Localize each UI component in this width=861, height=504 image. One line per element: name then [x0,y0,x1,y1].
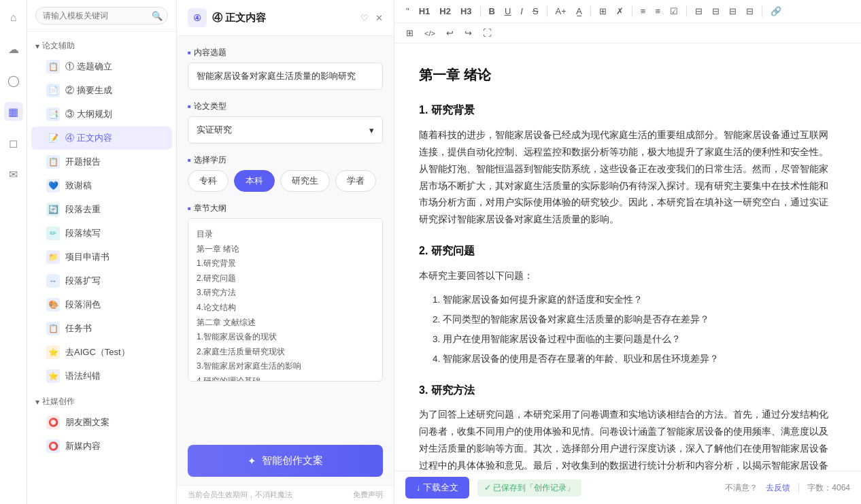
edu-buttons: 专科 本科 研究生 学者 [188,170,383,192]
h2-btn[interactable]: H2 [436,4,454,18]
fullscreen-btn[interactable]: ⛶ [479,26,495,40]
edu-btn-master[interactable]: 研究生 [280,170,330,192]
checkbox-btn[interactable]: ☑ [666,4,681,18]
cloud-icon[interactable]: ☁ [4,39,23,58]
question-4: 4. 智能家居设备的使用是否存在显著的年龄、职业和居住环境差异？ [433,351,837,368]
sidebar-item-outline[interactable]: 📑 ③ 大纲规划 [31,103,172,126]
footer-right: 不满意？ 去反馈 字数：4064 [725,482,850,494]
content-topic-label: 内容选题 [188,47,383,58]
sidebar-item-moments[interactable]: ⭕ 朋友圈文案 [31,411,172,434]
outline-label: 章节大纲 [188,203,383,214]
edu-level-label: 选择学历 [188,154,383,166]
panel-title: ④ ④ 正文内容 [188,8,266,27]
chapter-title: 第一章 绪论 [419,63,837,88]
content-icon: 📝 [46,131,60,145]
editor-body[interactable]: 第一章 绪论 1. 研究背景 随着科技的进步，智能家居设备已经成为现代家庭生活的… [394,44,861,471]
sidebar-item-expand[interactable]: ↔ 段落扩写 [31,269,172,292]
section-header-social[interactable]: ▾ 社媒创作 [27,393,176,410]
sidebar-item-dedup[interactable]: 🔄 段落去重 [31,198,172,221]
content-topic-section: 内容选题 智能家居设备对家庭生活质量的影响研究 [188,47,383,90]
book-icon[interactable]: ▦ [4,102,23,121]
edu-btn-associate[interactable]: 专科 [188,170,229,192]
sidebar-item-thanks[interactable]: 💙 致谢稿 [31,174,172,197]
grammar-icon: ⭐ [46,369,60,383]
question-2: 2. 不同类型的智能家居设备对家庭生活质量的影响是否存在差异？ [433,312,837,329]
middle-header: ④ ④ 正文内容 ♡ ✕ [177,0,394,36]
image-btn[interactable]: ⊞ [596,4,610,18]
aigc-icon: ⭐ [46,346,60,359]
dedup-icon: 🔄 [46,203,60,216]
sidebar-item-content[interactable]: 📝 ④ 正文内容 [31,127,172,150]
section-title-3: 3. 研究方法 [419,380,837,401]
heart-icon[interactable]: ♡ [360,13,369,23]
strikethrough-btn[interactable]: S [529,4,542,18]
align-justify-btn[interactable]: ⊟ [743,4,757,18]
chevron-down-icon-2: ▾ [35,397,39,407]
sidebar-search-area: 🔍 [27,0,176,32]
middle-panel: ④ ④ 正文内容 ♡ ✕ 内容选题 智能家居设备对家庭生活质量的影响研究 论文类… [177,0,394,504]
highlight-btn[interactable]: A̲ [573,4,586,18]
bold-btn[interactable]: B [486,4,499,18]
quote-btn[interactable]: " [403,4,413,18]
chat-icon[interactable]: ◻ [4,133,23,152]
edu-btn-bachelor[interactable]: 本科 [234,170,275,192]
clear-format-btn[interactable]: ✗ [613,4,627,18]
sidebar-content: ▾ 论文辅助 📋 ① 选题确立 📄 ② 摘要生成 📑 ③ 大纲规划 📝 ④ 正文… [27,32,176,504]
sidebar-item-aigc[interactable]: ⭐ 去AIGC（Test） [31,341,172,364]
header-actions: ♡ ✕ [360,13,383,23]
footer-left-text: 当前会员生效期间，不消耗魔法 [188,490,292,500]
person-icon[interactable]: ◯ [4,71,23,90]
create-btn[interactable]: ✦ 智能创作文案 [188,445,383,477]
redo-btn[interactable]: ↪ [461,26,475,40]
outline-section: 章节大纲 目录 第一章 绪论 1.研究背景 2.研究问题 3.研究方法 4.论文… [188,203,383,382]
chevron-down-icon: ▾ [35,41,39,51]
sidebar-item-continue[interactable]: ✏ 段落续写 [31,222,172,245]
align-right-btn[interactable]: ⊟ [726,4,740,18]
sidebar-item-media2[interactable]: ⭕ 新媒内容 [31,435,172,458]
footer-right-text[interactable]: 免费声明 [353,490,383,500]
outline-icon: 📑 [46,107,60,121]
underline-btn[interactable]: U [501,4,514,18]
mail-icon[interactable]: ✉ [4,165,23,184]
close-icon[interactable]: ✕ [375,13,383,23]
color-icon: 🎨 [46,298,60,312]
search-input[interactable] [35,7,168,24]
report-icon: 📋 [46,155,60,169]
outline-content[interactable]: 目录 第一章 绪论 1.研究背景 2.研究问题 3.研究方法 4.论文结构 第二… [188,218,383,382]
feedback-link[interactable]: 去反馈 [766,482,790,494]
sidebar-item-task[interactable]: 📋 任务书 [31,317,172,340]
sidebar-item-grammar[interactable]: ⭐ 语法纠错 [31,365,172,388]
download-btn[interactable]: ↓ 下载全文 [405,477,469,499]
sidebar-item-color[interactable]: 🎨 段落润色 [31,293,172,316]
align-center-btn[interactable]: ⊟ [709,4,723,18]
link-btn[interactable]: 🔗 [767,4,785,18]
section-header-paper[interactable]: ▾ 论文辅助 [27,37,176,54]
code-btn[interactable]: </> [421,27,439,39]
content-topic-input[interactable]: 智能家居设备对家庭生活质量的影响研究 [188,63,383,90]
italic-btn[interactable]: I [517,4,526,18]
thesis-type-select[interactable]: 实证研究 ▾ [188,116,383,144]
section-title-1: 1. 研究背景 [419,100,837,120]
h1-btn[interactable]: H1 [416,4,434,18]
edu-level-section: 选择学历 专科 本科 研究生 学者 [188,154,383,192]
sidebar-item-report[interactable]: 📋 开题报告 [31,150,172,173]
indent-btn[interactable]: ⊞ [403,26,417,40]
sidebar-item-abstract[interactable]: 📄 ② 摘要生成 [31,79,172,102]
question-3: 3. 用户在使用智能家居设备过程中面临的主要问题是什么？ [433,331,837,348]
abstract-icon: 📄 [46,84,60,97]
topic-icon: 📋 [46,60,60,73]
bullet-list-btn[interactable]: ≡ [637,4,649,18]
align-left-btn[interactable]: ⊟ [692,4,706,18]
word-count: 字数：4064 [807,482,850,494]
ordered-list-btn[interactable]: ≡ [652,4,664,18]
home-icon[interactable]: ⌂ [4,8,23,27]
editor-toolbar: " H1 H2 H3 B U I S A+ A̲ ⊞ ✗ ≡ ≡ ☑ ⊟ ⊟ ⊟… [394,0,861,23]
edu-btn-scholar[interactable]: 学者 [335,170,376,192]
section-title-2: 2. 研究问题 [419,241,837,261]
sidebar-item-topic[interactable]: 📋 ① 选题确立 [31,55,172,78]
nav-rail: ⌂ ☁ ◯ ▦ ◻ ✉ [0,0,27,504]
undo-btn[interactable]: ↩ [443,26,457,40]
sidebar-item-project[interactable]: 📁 项目申请书 [31,246,172,269]
font-color-btn[interactable]: A+ [552,4,570,18]
h3-btn[interactable]: H3 [457,4,475,18]
